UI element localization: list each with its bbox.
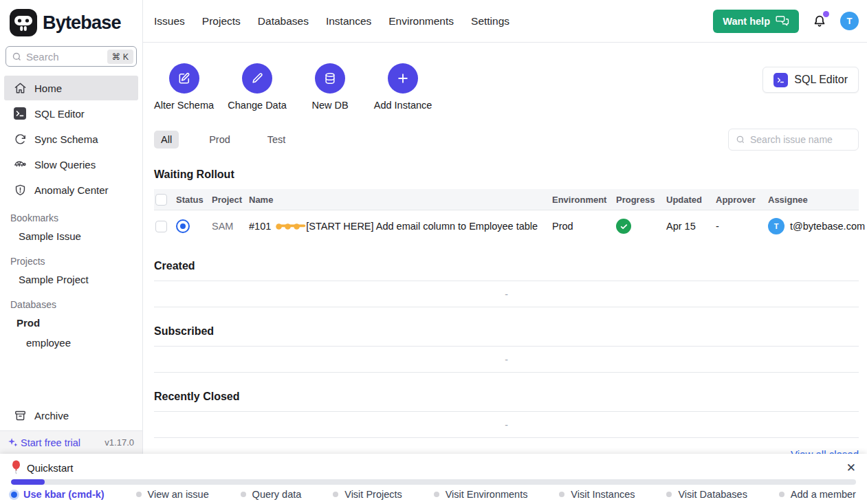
nav-projects[interactable]: Projects (202, 15, 241, 28)
version-label: v1.17.0 (105, 437, 134, 448)
sidebar-item-prod[interactable]: Prod (0, 313, 142, 333)
sidebar-item-sample-project[interactable]: Sample Project (0, 270, 142, 289)
trial-strip: Start free trial v1.17.0 (0, 430, 142, 454)
sidebar-item-employee[interactable]: employee (0, 333, 142, 353)
sidebar-item-sync-schema[interactable]: Sync Schema (4, 127, 138, 151)
alter-schema-button[interactable]: Alter Schema (154, 63, 214, 111)
issue-project: SAM (212, 221, 249, 232)
col-progress: Progress (616, 195, 666, 205)
tab-all[interactable]: All (154, 131, 179, 149)
search-icon (736, 135, 745, 144)
step-dot (666, 492, 672, 497)
sidebar-item-sql-editor[interactable]: SQL Editor (4, 101, 138, 126)
sidebar: Bytebase ⌘ K Home (0, 0, 143, 454)
sidebar-search[interactable]: ⌘ K (6, 46, 137, 67)
pointing-right-emoji: 👉👉👉 (275, 221, 302, 231)
start-free-trial-link[interactable]: Start free trial (7, 437, 80, 448)
sidebar-item-anomaly-center[interactable]: Anomaly Center (4, 177, 138, 202)
quickstart-title: Quickstart (27, 462, 74, 474)
nav-environments[interactable]: Environments (388, 15, 454, 28)
step-dot (333, 492, 338, 497)
issue-search-input[interactable] (750, 134, 851, 145)
created-title: Created (154, 260, 859, 281)
nav-instances[interactable]: Instances (326, 15, 371, 28)
add-instance-button[interactable]: Add Instance (373, 63, 432, 111)
step-view-an-issue[interactable]: View an issue (136, 489, 209, 500)
recently-closed-title: Recently Closed (154, 391, 859, 411)
home-content: Alter Schema Change Data N (143, 43, 867, 454)
tab-prod[interactable]: Prod (202, 131, 237, 149)
sidebar-item-archive[interactable]: Archive (4, 403, 138, 428)
nav-databases[interactable]: Databases (258, 15, 309, 28)
search-shortcut-badge: ⌘ K (107, 50, 133, 64)
new-db-button[interactable]: New DB (300, 63, 360, 111)
sidebar-search-input[interactable] (26, 51, 103, 63)
assignee-email: t@bytebase.com (790, 221, 865, 232)
quick-action-label: Alter Schema (154, 100, 214, 111)
turtle-icon (13, 157, 27, 171)
tab-test[interactable]: Test (261, 131, 293, 149)
col-environment: Environment (552, 195, 616, 205)
issue-title: [START HERE] Add email column to Employe… (306, 221, 538, 232)
quick-action-label: New DB (311, 100, 348, 111)
sidebar-item-home[interactable]: Home (4, 76, 138, 100)
close-icon[interactable]: ✕ (846, 462, 856, 474)
quick-action-label: Add Instance (374, 100, 432, 111)
issue-row[interactable]: SAM #101 👉👉👉 [START HERE] Add email colu… (154, 210, 859, 242)
step-visit-projects[interactable]: Visit Projects (333, 489, 402, 500)
row-checkbox[interactable] (155, 221, 167, 232)
trial-label: Start free trial (21, 437, 80, 448)
view-all-closed-link[interactable]: View all closed (791, 448, 859, 454)
change-data-button[interactable]: Change Data (228, 63, 287, 111)
quickstart-progress-track (11, 479, 856, 485)
step-query-data[interactable]: Query data (241, 489, 302, 500)
archive-icon (13, 408, 27, 422)
sidebar-section-bookmarks: Bookmarks (0, 203, 142, 226)
step-dot (136, 492, 142, 497)
sync-icon (13, 132, 27, 146)
issue-id: #101 (249, 221, 271, 232)
logo-wordmark: Bytebase (43, 12, 121, 34)
col-status: Status (176, 195, 212, 205)
col-project: Project (212, 195, 249, 205)
sql-editor-button[interactable]: SQL Editor (762, 67, 859, 93)
sidebar-section-projects: Projects (0, 246, 142, 270)
quickstart-bar: Quickstart ✕ Use kbar (cmd-k) View an is… (0, 454, 867, 504)
edit-square-icon (169, 63, 199, 94)
step-visit-databases[interactable]: Visit Databases (666, 489, 747, 500)
created-empty: - (154, 281, 859, 307)
sidebar-item-label: Archive (34, 410, 69, 421)
sidebar-item-label: Home (34, 83, 62, 94)
sidebar-item-label: Slow Queries (34, 159, 96, 171)
chat-bubbles-icon (776, 15, 789, 27)
step-dot (434, 492, 439, 497)
logo[interactable]: Bytebase (0, 0, 142, 43)
step-visit-instances[interactable]: Visit Instances (559, 489, 635, 500)
sidebar-item-slow-queries[interactable]: Slow Queries (4, 152, 138, 177)
quick-action-label: Change Data (228, 100, 286, 111)
issue-name: #101 👉👉👉 [START HERE] Add email column t… (249, 221, 552, 232)
bytebase-logo-icon (10, 9, 37, 36)
nav-settings[interactable]: Settings (471, 15, 509, 28)
plus-icon (388, 63, 418, 94)
terminal-icon (13, 107, 27, 120)
nav-issues[interactable]: Issues (154, 15, 185, 28)
sidebar-item-label: SQL Editor (34, 108, 85, 120)
step-use-kbar[interactable]: Use kbar (cmd-k) (11, 489, 105, 500)
select-all-checkbox[interactable] (155, 194, 167, 206)
notification-bell[interactable] (811, 12, 828, 30)
quick-actions: Alter Schema Change Data N (154, 63, 432, 111)
issue-table-header: Status Project Name Environment Progress… (154, 189, 859, 210)
subscribed-empty: - (154, 347, 859, 372)
user-avatar[interactable]: T (840, 12, 859, 30)
want-help-button[interactable]: Want help (713, 10, 799, 33)
col-updated: Updated (666, 195, 716, 205)
sidebar-item-sample-issue[interactable]: Sample Issue (0, 226, 142, 246)
step-add-a-member[interactable]: Add a member (779, 489, 856, 500)
step-visit-environments[interactable]: Visit Environments (434, 489, 528, 500)
issue-search[interactable] (728, 129, 859, 151)
quickstart-steps: Use kbar (cmd-k) View an issue Query dat… (0, 485, 867, 504)
subscribed-title: Subscribed (154, 325, 859, 346)
top-nav: Issues Projects Databases Instances Envi… (154, 15, 509, 28)
sidebar-item-label: Sync Schema (34, 133, 98, 145)
